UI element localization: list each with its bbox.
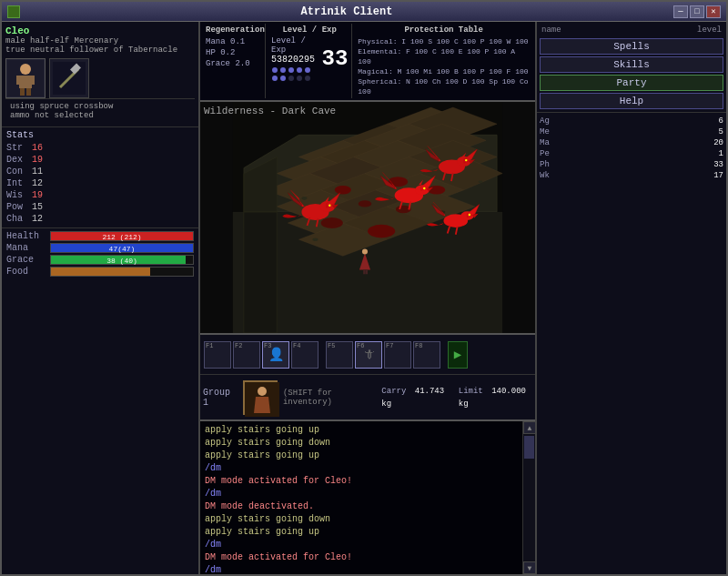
exp-dots (271, 66, 318, 82)
skill-level: 6 (561, 116, 723, 126)
log-entry: DM mode deactivated. (205, 500, 518, 513)
regen-mana: Mana 0.1 (206, 36, 261, 47)
svg-marker-47 (244, 212, 277, 333)
hotbar-slot-content: 👤 (268, 347, 284, 362)
hotbar-arrow[interactable]: ▶ (448, 341, 468, 369)
stat-value: 19 (32, 189, 52, 201)
svg-point-42 (301, 197, 307, 200)
portrait-area (5, 58, 195, 98)
equipped-item: using spruce crossbow (10, 102, 190, 111)
bar-label-grace: Grace (6, 255, 50, 265)
skill-level: 5 (561, 126, 723, 137)
level-label: Level / Exp (271, 25, 348, 35)
skill-abbr: Ph (540, 159, 561, 170)
bar-text-grace: 38 (40) (51, 256, 193, 266)
maximize-button[interactable]: □ (690, 5, 704, 18)
scroll-up-button[interactable]: ▲ (523, 421, 536, 434)
hotbar-slot-f6[interactable]: F6🗡 (355, 341, 382, 369)
stat-label: Str (6, 142, 32, 154)
log-entry: apply stairs going down (205, 513, 518, 526)
exp-dot-5 (272, 76, 278, 81)
skill-btn-spells[interactable]: Spells (540, 38, 723, 55)
protection-rows: Physical: I 100 S 100 C 100 P 100 W 100E… (358, 36, 530, 96)
skill-col-level: level (697, 25, 722, 35)
stat-value: 12 (32, 177, 52, 189)
exp-dot-0 (272, 67, 278, 73)
character-name: Cleo (5, 25, 195, 36)
skill-btn-party[interactable]: Party (540, 75, 723, 91)
protection-row: Spherical: N 100 Ch 100 D 100 Sp 100 Co … (358, 76, 530, 96)
hotbar-slot-f7[interactable]: F7 (384, 341, 411, 369)
log-entry: /dm (205, 462, 518, 475)
log-entry: /dm (205, 564, 518, 574)
hotbar: F1F2F3👤F4F5F6🗡F7F8 ▶ (200, 333, 535, 374)
protection-row: Magical: M 100 Mi 100 B 100 P 100 F 100 (358, 66, 530, 76)
ammo-status: ammo not selected (10, 111, 190, 120)
hotbar-slot-f2[interactable]: F2 (233, 341, 260, 369)
stat-row-con: Con11 (6, 166, 194, 177)
scroll-track (523, 434, 535, 561)
stat-label: Cha (6, 213, 32, 225)
exp-dot-6 (280, 76, 286, 81)
log-content: apply stairs going upapply stairs going … (200, 421, 522, 574)
scroll-down-button[interactable]: ▼ (523, 561, 536, 574)
close-button[interactable]: ✕ (706, 5, 721, 18)
log-entry: apply stairs going down (205, 437, 518, 450)
skill-btn-help[interactable]: Help (540, 93, 723, 109)
svg-point-56 (329, 204, 330, 206)
stat-row-int: Int12 (6, 177, 194, 189)
hotbar-slot-content: 🗡 (362, 348, 375, 362)
stat-row-cha: Cha12 (6, 213, 194, 225)
regen-title: Regeneration (206, 25, 261, 35)
stat-row-str: Str16 (6, 142, 194, 154)
stat-row-wis: Wis19 (6, 189, 194, 201)
svg-point-43 (479, 180, 483, 182)
hotbar-slot-label: F1 (206, 342, 213, 349)
hotbar-slot-f5[interactable]: F5 (326, 341, 353, 369)
hotbar-slot-f8[interactable]: F8 (413, 341, 440, 369)
exp-dot-1 (280, 67, 286, 73)
log-scrollbar: ▲ ▼ (522, 421, 535, 574)
group-char-svg (245, 382, 279, 417)
svg-rect-5 (20, 88, 25, 96)
hotbar-slot-f1[interactable]: F1 (204, 341, 231, 369)
left-sidebar: Cleo male half-elf Mercenary true neutra… (2, 22, 200, 574)
skill-stat-row: Wk 17 (540, 170, 723, 181)
stat-row-pow: Pow15 (6, 201, 194, 213)
stat-row-dex: Dex19 (6, 154, 194, 166)
carry-label: Carry (381, 387, 406, 396)
character-class: male half-elf Mercenary (5, 36, 195, 45)
svg-point-35 (335, 186, 351, 195)
svg-point-66 (423, 187, 425, 189)
bar-outer-health: 212 (212) (50, 231, 194, 241)
skill-level: 33 (561, 159, 723, 170)
bar-row-food: Food (6, 267, 194, 277)
hotbar-slot-f3[interactable]: F3👤 (262, 341, 289, 369)
regen-hp: HP 0.2 (206, 47, 261, 58)
item-slot (49, 58, 89, 98)
hotbar-slot-f4[interactable]: F4 (291, 341, 318, 369)
svg-marker-93 (254, 397, 270, 413)
bar-label-food: Food (6, 267, 50, 277)
stats-panel: Stats Str16Dex19Con11Int12Wis19Pow15Cha1… (2, 127, 198, 228)
protection-section: Protection Table Physical: I 100 S 100 C… (354, 24, 533, 98)
skill-stat-row: Pe 1 (540, 148, 723, 159)
group-area: Group 1 (SHIFT for inventory) Carry 41.7… (200, 374, 535, 419)
scroll-thumb[interactable] (524, 436, 534, 459)
svg-rect-6 (26, 88, 31, 96)
log-entry: DM mode activated for Cleo! (205, 475, 518, 488)
svg-point-1 (20, 64, 31, 75)
hotbar-slot-label: F2 (235, 342, 242, 349)
svg-point-76 (465, 159, 467, 161)
skill-btn-skills[interactable]: Skills (540, 56, 723, 73)
bar-row-mana: Mana 47(47) (6, 243, 194, 253)
bar-row-health: Health 212 (212) (6, 231, 194, 241)
character-info: Cleo male half-elf Mercenary true neutra… (2, 22, 198, 127)
bar-label-mana: Mana (6, 243, 50, 253)
group-character-slot (243, 380, 278, 415)
window-controls: ─ □ ✕ (673, 5, 721, 18)
skill-level: 17 (561, 170, 723, 181)
skill-abbr: Wk (540, 170, 561, 181)
hotbar-slots: F1F2F3👤F4F5F6🗡F7F8 (204, 341, 440, 369)
minimize-button[interactable]: ─ (673, 5, 688, 18)
